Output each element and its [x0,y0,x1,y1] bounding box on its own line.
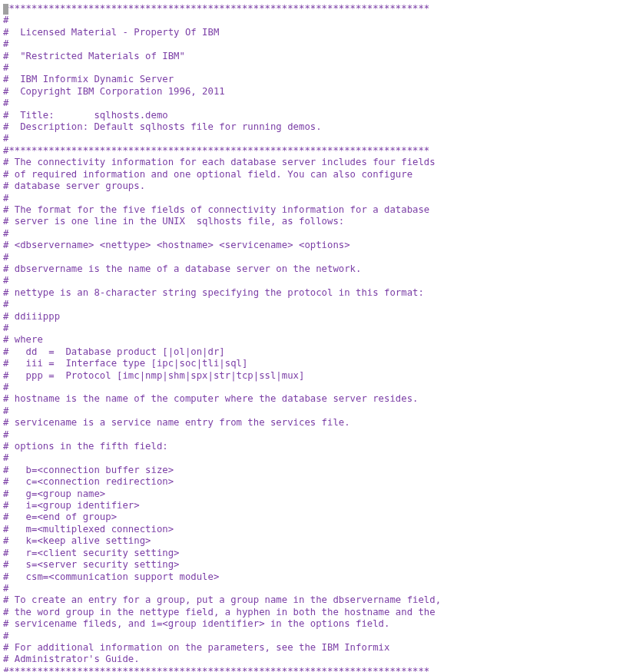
comment-line: # [3,631,8,641]
comment-line: #***************************************… [3,145,429,156]
comment-line: # Title: sqlhosts.demo [3,110,168,121]
comment-line: # c=<connection redirection> [3,476,174,487]
comment-line: # The connectivity information for each … [3,157,436,167]
comment-line: # [3,193,8,204]
comment-line: # hostname is the name of the computer w… [3,393,418,404]
comment-line: # dbservername is the name of a database… [3,263,361,274]
comment-line: # [3,228,8,239]
comment-line: # [3,429,8,440]
comment-line: # [3,452,8,463]
comment-line: # [3,15,8,25]
comment-line: # ddiiippp [3,311,60,322]
comment-line: # [3,406,8,416]
comment-line: # k=<keep alive setting> [3,535,151,546]
comment-line: # Administrator's Guide. [3,654,140,664]
comment-line: # [3,98,8,108]
comment-line: # [3,275,8,286]
comment-line: # r=<client security setting> [3,548,180,558]
comment-line: # nettype is an 8-character string speci… [3,287,424,298]
comment-line: # csm=<communication support module> [3,571,219,582]
comment-line: # [3,323,8,333]
comment-line: # options in the fifth field: [3,441,168,452]
comment-line: # "Restricted Materials of IBM" [3,51,185,61]
comment-line: # the word group in the nettype field, a… [3,607,436,617]
comment-line: # i=<group identifier> [3,500,140,511]
comment-line: # <dbservername> <nettype> <hostname> <s… [3,240,350,250]
comment-line: # m=<multiplexed connection> [3,524,174,535]
comment-line: #***************************************… [3,3,429,14]
comment-line: # For additional information on the para… [3,642,389,653]
comment-line: # The format for the five fields of conn… [3,204,429,215]
comment-line: # iii = Interface type [ipc|soc|tli|sql] [3,358,247,369]
comment-line: # [3,299,8,310]
comment-line: # [3,133,8,144]
comment-line: # servicename fileds, and i=<group ident… [3,618,389,629]
comment-line: # To create an entry for a group, put a … [3,594,441,605]
comment-line: # [3,583,8,594]
comment-line: # dd = Database product [|ol|on|dr] [3,346,225,357]
comment-line: # where [3,334,43,345]
comment-line: # [3,252,8,263]
comment-line: # of required information and one option… [3,169,412,180]
comment-line: # ppp = Protocol [imc|nmp|shm|spx|str|tc… [3,370,304,381]
comment-line: # [3,38,8,49]
comment-line: # server is one line in the UNIX sqlhost… [3,216,344,227]
comment-line: #***************************************… [3,666,429,672]
sqlhosts-document: #***************************************… [0,0,636,672]
comment-line: # g=<group name> [3,488,105,499]
comment-line: # Licensed Material - Property Of IBM [3,27,219,38]
comment-line: # s=<server security setting> [3,559,180,570]
comment-line: # e=<end of group> [3,511,117,522]
text-cursor [3,4,8,15]
comment-line: # [3,62,8,73]
comment-line: # database server groups. [3,180,145,191]
comment-line: # IBM Informix Dynamic Server [3,74,174,84]
comment-line: # Copyright IBM Corporation 1996, 2011 [3,86,225,97]
comment-line: # b=<connection buffer size> [3,465,174,475]
comment-line: # servicename is a service name entry fr… [3,417,350,428]
comment-line: # [3,382,8,392]
comment-line: # Description: Default sqlhosts file for… [3,121,322,132]
